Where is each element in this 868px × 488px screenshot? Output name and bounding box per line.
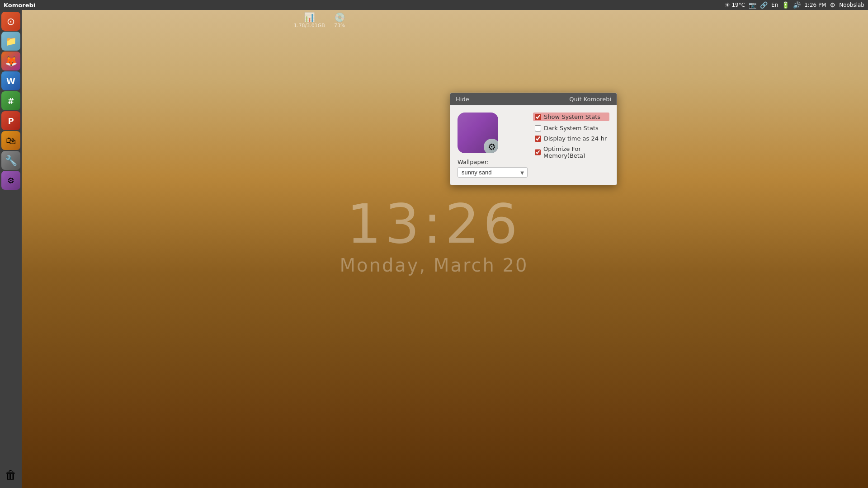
komorebi-popup: Hide Quit Komorebi ⚙ Wallpaper: sunny sa… <box>450 93 617 185</box>
battery-indicator[interactable]: 🔋 <box>782 1 789 9</box>
sidebar-item-calc[interactable]: # <box>1 91 20 110</box>
keyboard-layout[interactable]: En <box>771 2 778 8</box>
settings-icon: ⚙ <box>830 1 836 9</box>
quit-button[interactable]: Quit Komorebi <box>569 96 611 103</box>
popup-header: Hide Quit Komorebi <box>450 93 617 105</box>
sidebar-item-firefox[interactable]: 🦊 <box>1 52 20 70</box>
dark-system-stats-checkbox[interactable] <box>535 125 541 131</box>
sidebar-item-writer[interactable]: W <box>1 71 20 90</box>
clock-date: Monday, March 20 <box>340 255 528 276</box>
optimize-memory-label: Optimize For Memory(Beta) <box>543 145 609 159</box>
wallpaper-select-wrapper[interactable]: sunny sand beach forest mountains <box>458 167 528 178</box>
komorebi-icon-background: ⚙ <box>458 113 498 153</box>
trash-icon[interactable]: 🗑 <box>1 465 20 484</box>
disk-value: 73% <box>334 23 345 28</box>
memory-value: 1.78/3.01GB <box>294 23 325 28</box>
sidebar-item-manager[interactable]: 🛍 <box>1 131 20 150</box>
top-panel: Komorebi ☀ 19°C 📷 🔗 En 🔋 🔊 1:26 PM ⚙ Noo… <box>0 0 868 10</box>
hide-button[interactable]: Hide <box>456 96 469 103</box>
screenshot-indicator[interactable]: 📷 <box>749 1 756 9</box>
sidebar-item-ubuntu[interactable]: ⊙ <box>1 12 20 31</box>
komorebi-app-icon: ⚙ <box>458 113 498 153</box>
panel-right: ☀ 19°C 📷 🔗 En 🔋 🔊 1:26 PM ⚙ Noobslab <box>725 1 864 9</box>
clock-container: 13:26 Monday, March 20 <box>340 197 528 276</box>
memory-icon: 📊 <box>304 12 315 23</box>
volume-icon: 🔊 <box>793 1 801 9</box>
clock-time: 13:26 <box>340 197 528 251</box>
system-stats: 📊 1.78/3.01GB 💿 73% <box>294 10 345 28</box>
dark-system-stats-label: Dark System Stats <box>544 125 599 131</box>
memory-stat: 📊 1.78/3.01GB <box>294 12 325 28</box>
show-system-stats-checkbox[interactable] <box>535 114 541 120</box>
network-indicator[interactable]: 🔗 <box>760 1 768 9</box>
options-panel: Show System Stats Dark System Stats Disp… <box>535 113 609 163</box>
network-icon: 🔗 <box>760 1 768 9</box>
sidebar-item-files[interactable]: 📁 <box>1 32 20 51</box>
sidebar-bottom: 🗑 <box>0 465 22 488</box>
disk-stat: 💿 73% <box>334 12 345 28</box>
display-time-24hr-label: Display time as 24-hr <box>544 135 607 142</box>
wallpaper-label: Wallpaper: <box>458 159 528 165</box>
option-show-system-stats[interactable]: Show System Stats <box>533 113 609 121</box>
show-system-stats-label: Show System Stats <box>544 113 600 120</box>
clock-panel[interactable]: 1:26 PM <box>804 2 826 8</box>
sidebar: ⊙ 📁 🦊 W # P 🛍 🔧 ⚙ <box>0 10 22 488</box>
popup-body: ⚙ Wallpaper: sunny sand beach forest mou… <box>450 105 617 185</box>
panel-left: Komorebi <box>4 2 35 9</box>
temperature-icon: ☀ <box>725 1 731 9</box>
settings-indicator[interactable]: ⚙ <box>830 1 836 9</box>
sidebar-item-komorebi[interactable]: ⚙ <box>1 171 20 190</box>
wallpaper-select[interactable]: sunny sand beach forest mountains <box>458 167 528 178</box>
komorebi-icon-section: ⚙ Wallpaper: sunny sand beach forest mou… <box>458 113 528 178</box>
optimize-memory-checkbox[interactable] <box>535 149 541 155</box>
komorebi-gear-overlay: ⚙ <box>484 139 498 153</box>
option-dark-system-stats[interactable]: Dark System Stats <box>535 125 609 131</box>
battery-icon: 🔋 <box>782 1 789 9</box>
disk-icon: 💿 <box>334 12 345 23</box>
temperature-indicator: ☀ 19°C <box>725 1 745 9</box>
option-display-time-24hr[interactable]: Display time as 24-hr <box>535 135 609 142</box>
volume-indicator[interactable]: 🔊 <box>793 1 801 9</box>
panel-title[interactable]: Komorebi <box>4 2 35 9</box>
display-time-24hr-checkbox[interactable] <box>535 136 541 142</box>
wallpaper-section: Wallpaper: sunny sand beach forest mount… <box>458 159 528 178</box>
sidebar-item-tools[interactable]: 🔧 <box>1 151 20 170</box>
username-label[interactable]: Noobslab <box>839 2 864 8</box>
sidebar-item-impress[interactable]: P <box>1 111 20 130</box>
option-optimize-memory[interactable]: Optimize For Memory(Beta) <box>535 145 609 159</box>
screenshot-icon: 📷 <box>749 1 756 9</box>
